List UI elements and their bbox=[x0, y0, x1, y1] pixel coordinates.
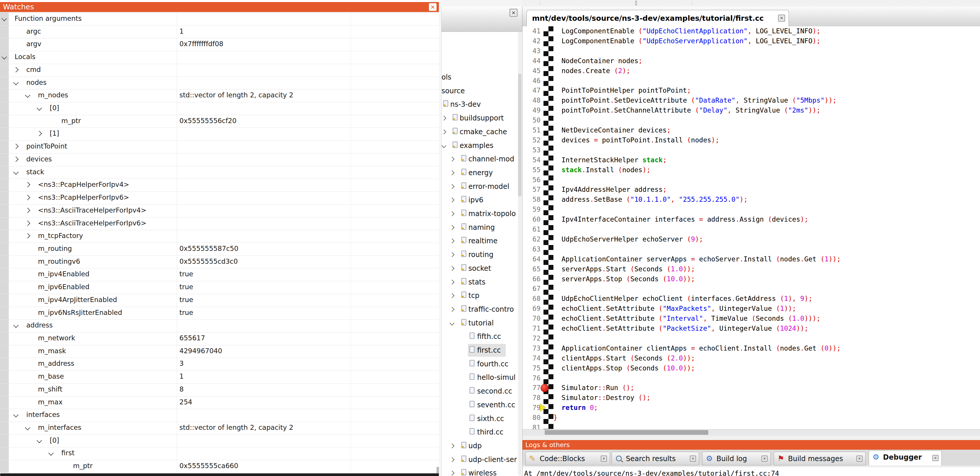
line-number[interactable]: 81 bbox=[522, 424, 541, 429]
watch-row[interactable]: m_base1 bbox=[0, 371, 439, 383]
logs-tab-build-log[interactable]: ⚙Build log✕ bbox=[702, 452, 771, 465]
tree-item-traffic-contro[interactable]: traffic-contro bbox=[442, 303, 522, 316]
code-line-75[interactable]: clientApps.Stop (Seconds (10.0)); bbox=[554, 364, 695, 372]
watches-titlebar[interactable]: Watches bbox=[0, 2, 439, 12]
line-number[interactable]: 57 bbox=[522, 186, 541, 193]
tree-item-sixth-cc[interactable]: sixth.cc bbox=[442, 412, 522, 426]
line-number[interactable]: 56 bbox=[522, 176, 541, 184]
chevron-right-icon[interactable] bbox=[450, 211, 455, 216]
line-number[interactable]: 76 bbox=[522, 374, 541, 382]
project-tree-close-icon[interactable]: ✕ bbox=[509, 9, 517, 17]
tree-item-udp[interactable]: udp bbox=[442, 439, 522, 453]
project-tree-scrollbar-thumb[interactable] bbox=[518, 73, 522, 196]
watch-row[interactable]: [0] bbox=[0, 102, 439, 115]
watch-row[interactable]: address bbox=[0, 319, 439, 332]
watch-row[interactable]: [1] bbox=[0, 128, 439, 141]
tree-item-third-cc[interactable]: third.cc bbox=[442, 426, 522, 439]
tree-item-tutorial[interactable]: tutorial bbox=[442, 317, 522, 330]
code-line-41[interactable]: LogComponentEnable ("UdpEchoClientApplic… bbox=[554, 27, 821, 35]
tree-item-routing[interactable]: routing bbox=[442, 248, 522, 262]
logs-tab-code-blocks[interactable]: ✎Code::Blocks✕ bbox=[525, 452, 610, 465]
chevron-right-icon[interactable] bbox=[450, 266, 455, 271]
code-line-69[interactable]: echoClient.SetAttribute ("MaxPackets", U… bbox=[554, 305, 796, 312]
chevron-right-icon[interactable] bbox=[13, 144, 18, 149]
tree-item-seventh-cc[interactable]: seventh.cc bbox=[442, 399, 522, 412]
chevron-right-icon[interactable] bbox=[450, 225, 455, 230]
tree-item-matrix-topolo[interactable]: matrix-topolo bbox=[442, 207, 522, 221]
tree-item-energy[interactable]: energy bbox=[442, 166, 522, 180]
tree-item-second-cc[interactable]: second.cc bbox=[442, 385, 522, 398]
line-number[interactable]: 44 bbox=[522, 57, 541, 65]
line-number[interactable]: 47 bbox=[522, 86, 541, 94]
code-line-66[interactable]: serverApps.Stop (Seconds (10.0)); bbox=[554, 275, 695, 283]
code-line-80[interactable]: } bbox=[554, 414, 557, 421]
line-number[interactable]: 62 bbox=[522, 235, 541, 243]
tree-item-socket[interactable]: socket bbox=[442, 262, 522, 275]
watch-row[interactable]: interfaces bbox=[0, 409, 439, 422]
chevron-right-icon[interactable] bbox=[37, 131, 42, 136]
logs-tab-build-messages[interactable]: ⚑Build messages✕ bbox=[774, 452, 866, 465]
code-line-68[interactable]: UdpEchoClientHelper echoClient (interfac… bbox=[554, 295, 812, 302]
watch-row[interactable]: m_address3 bbox=[0, 358, 439, 371]
chevron-right-icon[interactable] bbox=[25, 233, 30, 239]
watch-row[interactable]: argc1 bbox=[0, 26, 439, 38]
chevron-down-icon[interactable] bbox=[37, 105, 42, 110]
tab-close-icon[interactable]: ✕ bbox=[690, 455, 696, 462]
chevron-right-icon[interactable] bbox=[450, 157, 455, 162]
chevron-right-icon[interactable] bbox=[13, 157, 18, 162]
watch-row[interactable]: m_shift8 bbox=[0, 383, 439, 396]
watch-row[interactable]: m_ptr0x5555555ca660 bbox=[0, 460, 439, 473]
logs-tab-debugger[interactable]: ⚙Debugger✕ bbox=[869, 450, 942, 466]
line-number[interactable]: 41 bbox=[522, 27, 541, 35]
tree-item-error-model[interactable]: error-model bbox=[442, 180, 522, 193]
chevron-down-icon[interactable] bbox=[13, 80, 18, 85]
code-line-70[interactable]: echoClient.SetAttribute ("Interval", Tim… bbox=[554, 315, 821, 322]
line-number[interactable]: 70 bbox=[522, 315, 541, 322]
code-line-64[interactable]: ApplicationContainer serverApps = echoSe… bbox=[554, 255, 841, 263]
watch-row[interactable]: m_ipv6NsRsJitterEnabledtrue bbox=[0, 307, 439, 320]
line-number[interactable]: 49 bbox=[522, 106, 541, 114]
chevron-down-icon[interactable] bbox=[2, 16, 7, 21]
watch-row[interactable]: stack bbox=[0, 166, 439, 179]
watch-row[interactable]: [0] bbox=[0, 434, 439, 448]
chevron-down-icon[interactable] bbox=[13, 323, 18, 328]
tree-item-buildsupport[interactable]: buildsupport bbox=[442, 112, 522, 125]
code-line-54[interactable]: InternetStackHelper stack; bbox=[554, 156, 667, 164]
tree-item-naming[interactable]: naming bbox=[442, 221, 522, 235]
chevron-down-icon[interactable] bbox=[25, 93, 30, 98]
editor-tab-first-cc[interactable]: mnt/dev/tools/source/ns-3-dev/examples/t… bbox=[527, 10, 789, 27]
line-number[interactable]: 61 bbox=[522, 225, 541, 233]
watch-row[interactable]: m_ipv4Enabledtrue bbox=[0, 268, 439, 281]
chevron-right-icon[interactable] bbox=[25, 208, 30, 213]
chevron-right-icon[interactable] bbox=[25, 220, 30, 226]
logs-panel-titlebar[interactable]: Logs & others bbox=[522, 440, 980, 450]
watch-row[interactable]: pointToPoint bbox=[0, 141, 439, 153]
line-number[interactable]: 75 bbox=[522, 364, 541, 372]
code-line-65[interactable]: serverApps.Start (Seconds (1.0)); bbox=[554, 265, 695, 273]
line-number[interactable]: 48 bbox=[522, 96, 541, 104]
watch-row[interactable]: Locals bbox=[0, 51, 439, 64]
tree-item-ols[interactable]: ols bbox=[442, 71, 522, 84]
chevron-right-icon[interactable] bbox=[442, 116, 447, 121]
chevron-right-icon[interactable] bbox=[450, 280, 455, 284]
chevron-right-icon[interactable] bbox=[25, 182, 30, 187]
tree-item-examples[interactable]: examples bbox=[442, 139, 522, 153]
line-number[interactable]: 51 bbox=[522, 126, 541, 134]
chevron-down-icon[interactable] bbox=[2, 54, 7, 59]
code-line-71[interactable]: echoClient.SetAttribute ("PacketSize", U… bbox=[554, 324, 808, 332]
debugger-log-area[interactable]: At /mnt/dev/tools/source/ns-3-dev/exampl… bbox=[522, 465, 980, 476]
editor-tab-close-icon[interactable]: ✕ bbox=[778, 14, 785, 22]
chevron-right-icon[interactable] bbox=[450, 184, 455, 189]
tree-item-stats[interactable]: stats bbox=[442, 276, 522, 289]
watch-row[interactable]: <ns3::AsciiTraceHelperForIpv6> bbox=[0, 217, 439, 230]
watch-row[interactable]: argv0x7fffffffdf08 bbox=[0, 38, 439, 51]
code-area[interactable]: 41 LogComponentEnable ("UdpEchoClientApp… bbox=[522, 26, 980, 429]
code-line-77[interactable]: Simulator::Run (); bbox=[554, 384, 634, 391]
watch-row[interactable]: Function arguments bbox=[0, 13, 439, 26]
tree-item-fourth-cc[interactable]: fourth.cc bbox=[442, 358, 522, 371]
line-number[interactable]: 67 bbox=[522, 285, 541, 292]
chevron-down-icon[interactable] bbox=[450, 321, 455, 326]
line-number[interactable]: 42 bbox=[522, 37, 541, 45]
watch-row[interactable]: m_routingv60x5555555cd3c0 bbox=[0, 256, 439, 269]
code-line-44[interactable]: NodeContainer nodes; bbox=[554, 57, 643, 65]
